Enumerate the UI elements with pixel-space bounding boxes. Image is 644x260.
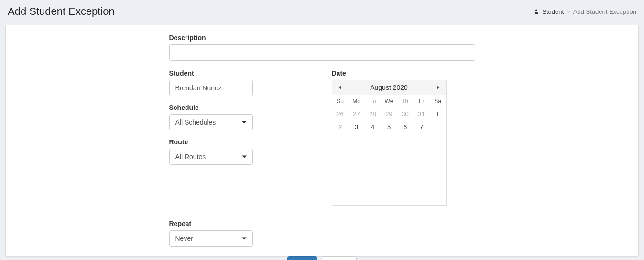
calendar-next-button[interactable] [434, 83, 442, 92]
repeat-select-value: Never [175, 235, 193, 242]
student-input[interactable] [169, 80, 253, 96]
svg-point-0 [535, 10, 537, 11]
calendar-day[interactable]: 7 [414, 120, 430, 133]
calendar-day[interactable]: 30 [397, 108, 414, 120]
schedule-select-value: All Schedules [175, 119, 216, 126]
calendar-dow: Tu [365, 95, 381, 108]
caret-down-icon [242, 156, 247, 158]
calendar-day [430, 120, 446, 133]
svg-marker-1 [338, 86, 341, 89]
calendar-dow: Sa [430, 95, 446, 108]
repeat-label: Repeat [169, 220, 475, 228]
calendar-day[interactable]: 31 [414, 108, 430, 120]
date-label: Date [332, 69, 475, 77]
calendar-day[interactable]: 27 [349, 108, 365, 120]
calendar-day[interactable]: 3 [349, 120, 365, 133]
calendar-day[interactable]: 1 [430, 108, 446, 120]
form-panel: Description Student Schedule All Schedul… [5, 25, 639, 257]
schedule-label: Schedule [169, 104, 313, 111]
caret-down-icon [242, 121, 247, 124]
description-label: Description [169, 34, 475, 42]
student-icon [534, 9, 539, 14]
calendar-day[interactable]: 5 [381, 120, 397, 133]
student-label: Student [169, 69, 313, 77]
calendar-dow: We [381, 95, 397, 108]
caret-down-icon [242, 238, 247, 240]
calendar-day[interactable]: 4 [365, 120, 381, 133]
calendar-dow: Fr [414, 95, 430, 108]
route-select[interactable]: All Routes [169, 149, 253, 165]
route-select-value: All Routes [175, 153, 206, 161]
save-button[interactable]: Save [287, 256, 317, 260]
calendar-dow: Mo [349, 95, 365, 108]
breadcrumb: Student > Add Student Exception [534, 8, 636, 15]
breadcrumb-student-link[interactable]: Student [542, 8, 564, 15]
calendar-dow: Th [397, 95, 414, 108]
breadcrumb-current: Add Student Exception [573, 8, 636, 15]
svg-marker-2 [437, 86, 439, 89]
repeat-select[interactable]: Never [169, 230, 253, 247]
calendar-day[interactable]: 6 [397, 120, 414, 133]
route-label: Route [169, 138, 313, 146]
schedule-select[interactable]: All Schedules [169, 114, 253, 130]
calendar-day[interactable]: 2 [332, 120, 349, 133]
calendar-prev-button[interactable] [336, 83, 345, 92]
calendar-dow: Su [332, 95, 349, 108]
date-calendar: August 2020 SuMoTuWeThFrSa 2627282930311… [332, 80, 447, 206]
description-input[interactable] [169, 44, 475, 61]
breadcrumb-separator: > [567, 8, 570, 15]
calendar-day[interactable]: 28 [365, 108, 381, 120]
cancel-button[interactable]: Cancel [322, 256, 357, 260]
calendar-title[interactable]: August 2020 [370, 84, 408, 91]
calendar-day[interactable]: 29 [381, 108, 397, 120]
calendar-day[interactable]: 26 [332, 108, 349, 120]
page-title: Add Student Exception [8, 5, 115, 18]
